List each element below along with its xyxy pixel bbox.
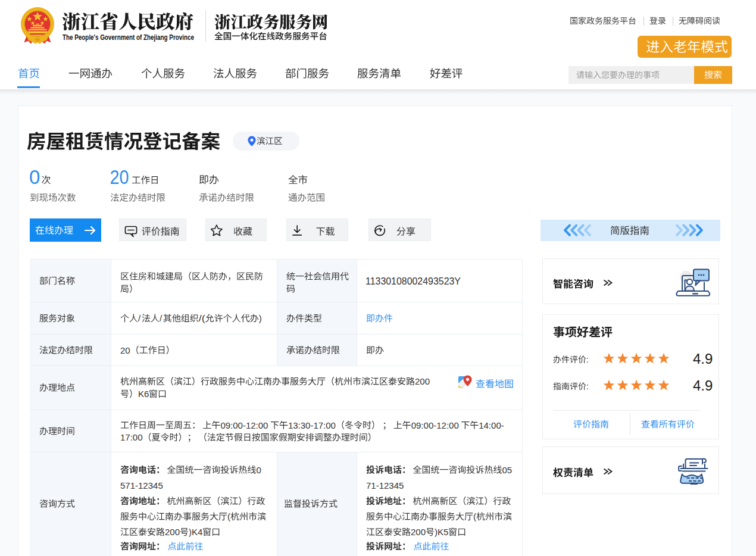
svg-text:0: 0 bbox=[256, 465, 261, 475]
svg-text:200: 200 bbox=[415, 376, 430, 386]
svg-text:)K5: )K5 bbox=[435, 527, 448, 537]
svg-text:09:00-12:00: 09:00-12:00 bbox=[220, 420, 268, 430]
svg-text:4.9: 4.9 bbox=[693, 377, 713, 393]
svg-text:09:00-12:00: 09:00-12:00 bbox=[411, 420, 459, 430]
svg-text:(: ( bbox=[227, 511, 230, 521]
svg-text:(: ( bbox=[473, 511, 476, 521]
svg-text:): ) bbox=[259, 313, 262, 323]
svg-text:17:00: 17:00 bbox=[120, 432, 143, 442]
svg-text:200: 200 bbox=[411, 527, 426, 537]
svg-text:K6: K6 bbox=[138, 389, 149, 399]
svg-text:)K4: )K4 bbox=[189, 527, 202, 537]
svg-text:/: / bbox=[160, 313, 163, 323]
svg-text:/(: /( bbox=[199, 313, 205, 323]
svg-text:11330108002493523Y: 11330108002493523Y bbox=[365, 276, 461, 286]
svg-text::: : bbox=[586, 355, 589, 364]
svg-text:/: / bbox=[138, 313, 141, 323]
svg-text:20: 20 bbox=[120, 345, 130, 355]
svg-text:20: 20 bbox=[110, 166, 129, 188]
svg-text:0: 0 bbox=[29, 166, 40, 188]
svg-text:571-12345: 571-12345 bbox=[120, 480, 163, 491]
svg-text::: : bbox=[586, 382, 589, 391]
svg-text:4.9: 4.9 bbox=[693, 351, 713, 367]
svg-text:The People's Government of Zhe: The People's Government of Zhejiang Prov… bbox=[63, 33, 194, 42]
svg-text:14:00-: 14:00- bbox=[479, 420, 504, 430]
svg-text:05: 05 bbox=[502, 465, 512, 475]
svg-text:200: 200 bbox=[165, 527, 180, 537]
svg-text:13:30-17:00: 13:30-17:00 bbox=[288, 420, 336, 430]
svg-text:71-12345: 71-12345 bbox=[366, 480, 404, 491]
